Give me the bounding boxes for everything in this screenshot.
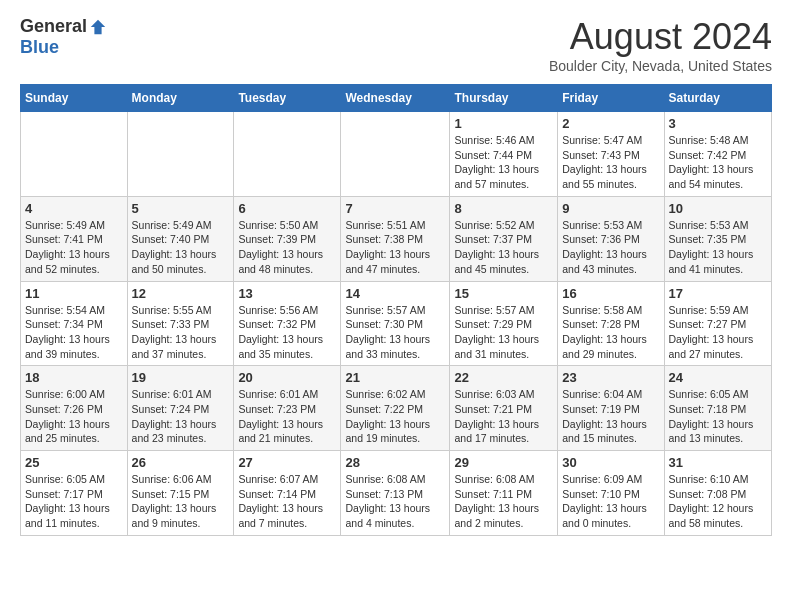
day-info: Sunrise: 5:58 AMSunset: 7:28 PMDaylight:… — [562, 303, 659, 362]
week-row-2: 4Sunrise: 5:49 AMSunset: 7:41 PMDaylight… — [21, 196, 772, 281]
day-number: 14 — [345, 286, 445, 301]
logo-general-text: General — [20, 16, 87, 37]
header-row: SundayMondayTuesdayWednesdayThursdayFrid… — [21, 85, 772, 112]
day-number: 12 — [132, 286, 230, 301]
column-header-monday: Monday — [127, 85, 234, 112]
day-info: Sunrise: 5:57 AMSunset: 7:29 PMDaylight:… — [454, 303, 553, 362]
day-info: Sunrise: 5:55 AMSunset: 7:33 PMDaylight:… — [132, 303, 230, 362]
day-number: 21 — [345, 370, 445, 385]
day-cell: 24Sunrise: 6:05 AMSunset: 7:18 PMDayligh… — [664, 366, 771, 451]
day-number: 30 — [562, 455, 659, 470]
day-cell: 4Sunrise: 5:49 AMSunset: 7:41 PMDaylight… — [21, 196, 128, 281]
month-title: August 2024 — [549, 16, 772, 58]
column-header-friday: Friday — [558, 85, 664, 112]
day-cell: 6Sunrise: 5:50 AMSunset: 7:39 PMDaylight… — [234, 196, 341, 281]
day-info: Sunrise: 6:02 AMSunset: 7:22 PMDaylight:… — [345, 387, 445, 446]
day-number: 2 — [562, 116, 659, 131]
day-info: Sunrise: 5:49 AMSunset: 7:41 PMDaylight:… — [25, 218, 123, 277]
day-cell: 9Sunrise: 5:53 AMSunset: 7:36 PMDaylight… — [558, 196, 664, 281]
day-number: 16 — [562, 286, 659, 301]
day-number: 5 — [132, 201, 230, 216]
day-info: Sunrise: 6:08 AMSunset: 7:11 PMDaylight:… — [454, 472, 553, 531]
day-number: 1 — [454, 116, 553, 131]
day-number: 25 — [25, 455, 123, 470]
day-number: 3 — [669, 116, 767, 131]
day-info: Sunrise: 5:52 AMSunset: 7:37 PMDaylight:… — [454, 218, 553, 277]
logo: General Blue — [20, 16, 107, 58]
day-info: Sunrise: 5:50 AMSunset: 7:39 PMDaylight:… — [238, 218, 336, 277]
day-number: 7 — [345, 201, 445, 216]
day-cell — [21, 112, 128, 197]
day-number: 8 — [454, 201, 553, 216]
day-number: 19 — [132, 370, 230, 385]
header: General Blue August 2024 Boulder City, N… — [20, 16, 772, 74]
day-cell: 19Sunrise: 6:01 AMSunset: 7:24 PMDayligh… — [127, 366, 234, 451]
day-number: 9 — [562, 201, 659, 216]
day-cell: 17Sunrise: 5:59 AMSunset: 7:27 PMDayligh… — [664, 281, 771, 366]
day-cell: 13Sunrise: 5:56 AMSunset: 7:32 PMDayligh… — [234, 281, 341, 366]
day-cell: 21Sunrise: 6:02 AMSunset: 7:22 PMDayligh… — [341, 366, 450, 451]
column-header-sunday: Sunday — [21, 85, 128, 112]
day-cell: 7Sunrise: 5:51 AMSunset: 7:38 PMDaylight… — [341, 196, 450, 281]
day-cell: 3Sunrise: 5:48 AMSunset: 7:42 PMDaylight… — [664, 112, 771, 197]
day-info: Sunrise: 5:53 AMSunset: 7:36 PMDaylight:… — [562, 218, 659, 277]
title-area: August 2024 Boulder City, Nevada, United… — [549, 16, 772, 74]
day-info: Sunrise: 5:49 AMSunset: 7:40 PMDaylight:… — [132, 218, 230, 277]
day-number: 29 — [454, 455, 553, 470]
day-cell: 28Sunrise: 6:08 AMSunset: 7:13 PMDayligh… — [341, 451, 450, 536]
week-row-3: 11Sunrise: 5:54 AMSunset: 7:34 PMDayligh… — [21, 281, 772, 366]
column-header-thursday: Thursday — [450, 85, 558, 112]
day-number: 28 — [345, 455, 445, 470]
day-number: 6 — [238, 201, 336, 216]
day-number: 11 — [25, 286, 123, 301]
day-info: Sunrise: 6:09 AMSunset: 7:10 PMDaylight:… — [562, 472, 659, 531]
day-number: 17 — [669, 286, 767, 301]
day-cell: 11Sunrise: 5:54 AMSunset: 7:34 PMDayligh… — [21, 281, 128, 366]
day-cell: 8Sunrise: 5:52 AMSunset: 7:37 PMDaylight… — [450, 196, 558, 281]
logo-blue-text: Blue — [20, 37, 59, 57]
day-cell: 29Sunrise: 6:08 AMSunset: 7:11 PMDayligh… — [450, 451, 558, 536]
week-row-1: 1Sunrise: 5:46 AMSunset: 7:44 PMDaylight… — [21, 112, 772, 197]
day-cell: 5Sunrise: 5:49 AMSunset: 7:40 PMDaylight… — [127, 196, 234, 281]
day-cell — [127, 112, 234, 197]
day-cell: 26Sunrise: 6:06 AMSunset: 7:15 PMDayligh… — [127, 451, 234, 536]
day-cell: 16Sunrise: 5:58 AMSunset: 7:28 PMDayligh… — [558, 281, 664, 366]
day-cell: 18Sunrise: 6:00 AMSunset: 7:26 PMDayligh… — [21, 366, 128, 451]
day-number: 23 — [562, 370, 659, 385]
day-number: 26 — [132, 455, 230, 470]
day-info: Sunrise: 6:05 AMSunset: 7:18 PMDaylight:… — [669, 387, 767, 446]
logo-icon — [89, 18, 107, 36]
day-cell: 1Sunrise: 5:46 AMSunset: 7:44 PMDaylight… — [450, 112, 558, 197]
week-row-5: 25Sunrise: 6:05 AMSunset: 7:17 PMDayligh… — [21, 451, 772, 536]
day-info: Sunrise: 5:54 AMSunset: 7:34 PMDaylight:… — [25, 303, 123, 362]
day-info: Sunrise: 6:03 AMSunset: 7:21 PMDaylight:… — [454, 387, 553, 446]
day-info: Sunrise: 5:48 AMSunset: 7:42 PMDaylight:… — [669, 133, 767, 192]
day-cell: 30Sunrise: 6:09 AMSunset: 7:10 PMDayligh… — [558, 451, 664, 536]
day-info: Sunrise: 6:04 AMSunset: 7:19 PMDaylight:… — [562, 387, 659, 446]
day-info: Sunrise: 6:07 AMSunset: 7:14 PMDaylight:… — [238, 472, 336, 531]
day-info: Sunrise: 5:53 AMSunset: 7:35 PMDaylight:… — [669, 218, 767, 277]
day-info: Sunrise: 6:10 AMSunset: 7:08 PMDaylight:… — [669, 472, 767, 531]
day-number: 20 — [238, 370, 336, 385]
column-header-wednesday: Wednesday — [341, 85, 450, 112]
day-cell: 2Sunrise: 5:47 AMSunset: 7:43 PMDaylight… — [558, 112, 664, 197]
day-cell — [234, 112, 341, 197]
column-header-saturday: Saturday — [664, 85, 771, 112]
calendar-table: SundayMondayTuesdayWednesdayThursdayFrid… — [20, 84, 772, 536]
day-number: 4 — [25, 201, 123, 216]
day-info: Sunrise: 6:01 AMSunset: 7:24 PMDaylight:… — [132, 387, 230, 446]
day-number: 27 — [238, 455, 336, 470]
day-info: Sunrise: 5:59 AMSunset: 7:27 PMDaylight:… — [669, 303, 767, 362]
day-number: 13 — [238, 286, 336, 301]
location-title: Boulder City, Nevada, United States — [549, 58, 772, 74]
day-cell — [341, 112, 450, 197]
day-info: Sunrise: 6:08 AMSunset: 7:13 PMDaylight:… — [345, 472, 445, 531]
day-cell: 20Sunrise: 6:01 AMSunset: 7:23 PMDayligh… — [234, 366, 341, 451]
day-info: Sunrise: 5:47 AMSunset: 7:43 PMDaylight:… — [562, 133, 659, 192]
day-info: Sunrise: 6:00 AMSunset: 7:26 PMDaylight:… — [25, 387, 123, 446]
day-cell: 23Sunrise: 6:04 AMSunset: 7:19 PMDayligh… — [558, 366, 664, 451]
day-cell: 12Sunrise: 5:55 AMSunset: 7:33 PMDayligh… — [127, 281, 234, 366]
day-info: Sunrise: 5:57 AMSunset: 7:30 PMDaylight:… — [345, 303, 445, 362]
day-cell: 15Sunrise: 5:57 AMSunset: 7:29 PMDayligh… — [450, 281, 558, 366]
day-info: Sunrise: 6:05 AMSunset: 7:17 PMDaylight:… — [25, 472, 123, 531]
